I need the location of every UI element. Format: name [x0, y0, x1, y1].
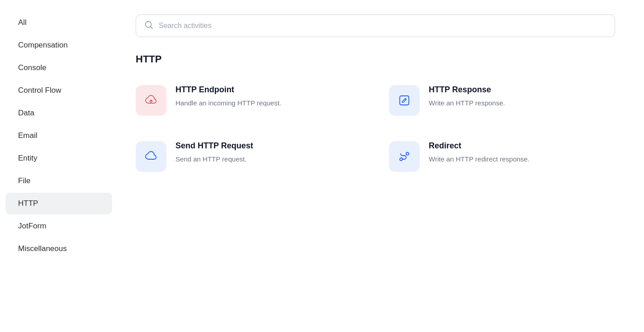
cloud-icon	[136, 141, 166, 172]
section-title: HTTP	[136, 53, 626, 65]
activity-info-send-http-request: Send HTTP RequestSend an HTTP request.	[175, 141, 362, 165]
sidebar-item-http[interactable]: HTTP	[5, 193, 112, 214]
sidebar-item-console[interactable]: Console	[5, 57, 112, 79]
svg-point-4	[406, 152, 409, 155]
activity-name-http-endpoint: HTTP Endpoint	[175, 85, 362, 95]
activity-desc-http-endpoint: Handle an incoming HTTP request.	[175, 98, 362, 109]
activity-name-redirect: Redirect	[429, 141, 615, 151]
sidebar-item-compensation[interactable]: Compensation	[5, 34, 112, 56]
sidebar: AllCompensationConsoleControl FlowDataEm…	[0, 0, 118, 332]
svg-line-1	[151, 27, 152, 28]
sidebar-item-control-flow[interactable]: Control Flow	[5, 80, 112, 101]
sidebar-item-all[interactable]: All	[5, 12, 112, 33]
activity-card-http-response[interactable]: HTTP ResponseWrite an HTTP response.	[389, 78, 615, 123]
sidebar-item-entity[interactable]: Entity	[5, 147, 112, 169]
sidebar-item-jotform[interactable]: JotForm	[5, 215, 112, 237]
activity-info-http-response: HTTP ResponseWrite an HTTP response.	[429, 85, 615, 109]
activity-card-redirect[interactable]: RedirectWrite an HTTP redirect response.	[389, 134, 615, 179]
activity-card-http-endpoint[interactable]: HTTP EndpointHandle an incoming HTTP req…	[136, 78, 362, 123]
activity-name-http-response: HTTP Response	[429, 85, 615, 95]
svg-rect-2	[400, 96, 409, 105]
cloud-upload-icon	[136, 85, 166, 116]
activity-card-send-http-request[interactable]: Send HTTP RequestSend an HTTP request.	[136, 134, 362, 179]
sidebar-item-email[interactable]: Email	[5, 125, 112, 147]
search-bar	[136, 14, 615, 37]
sidebar-item-miscellaneous[interactable]: Miscellaneous	[5, 238, 112, 260]
sidebar-item-data[interactable]: Data	[5, 102, 112, 124]
route-icon	[389, 141, 420, 172]
search-icon	[144, 20, 153, 31]
activity-desc-redirect: Write an HTTP redirect response.	[429, 154, 615, 165]
main-content: HTTP HTTP EndpointHandle an incoming HTT…	[118, 0, 644, 332]
activity-info-http-endpoint: HTTP EndpointHandle an incoming HTTP req…	[175, 85, 362, 109]
activity-info-redirect: RedirectWrite an HTTP redirect response.	[429, 141, 615, 165]
activities-grid: HTTP EndpointHandle an incoming HTTP req…	[136, 78, 615, 179]
activity-desc-http-response: Write an HTTP response.	[429, 98, 615, 109]
activity-name-send-http-request: Send HTTP Request	[175, 141, 362, 151]
search-input[interactable]	[159, 22, 606, 30]
edit-icon	[389, 85, 420, 116]
sidebar-item-file[interactable]: File	[5, 170, 112, 192]
activity-desc-send-http-request: Send an HTTP request.	[175, 154, 362, 165]
